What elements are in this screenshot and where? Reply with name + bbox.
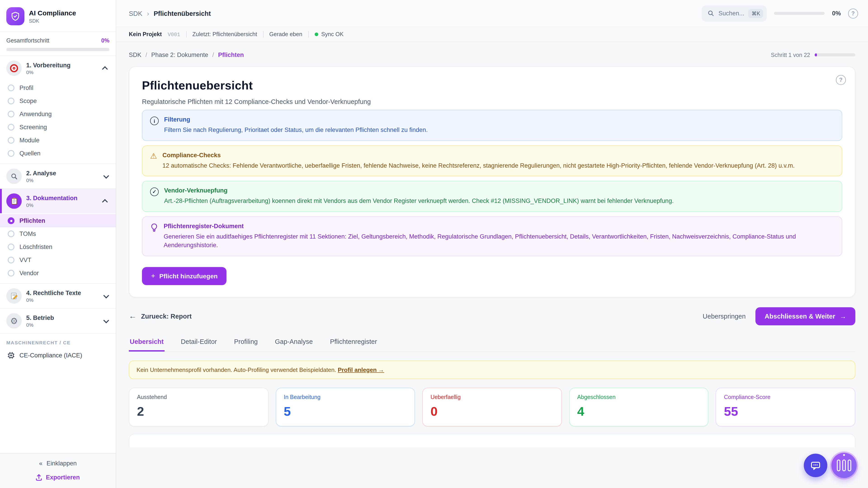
sidebar-section-rechtliche-texte[interactable]: 4. Rechtliche Texte 0% [0, 284, 116, 308]
sidebar-item-module[interactable]: Module [0, 134, 116, 147]
sidebar-item-loeschfristen[interactable]: Löschfristen [0, 240, 116, 254]
sidebar-item-quellen[interactable]: Quellen [0, 147, 116, 160]
tab-bar: Uebersicht Detail-Editor Profiling Gap-A… [129, 334, 855, 352]
info-box-vendor-verknuepfung: ✓ Vendor-Verknuepfung Art.-28-Pflichten … [142, 181, 842, 212]
collapse-icon: « [39, 460, 42, 467]
sidebar-item-toms[interactable]: TOMs [0, 227, 116, 240]
card-help-icon[interactable]: ? [836, 75, 846, 85]
radio-icon [8, 243, 14, 250]
chat-fab-button[interactable] [804, 454, 827, 477]
radio-icon [8, 111, 14, 118]
info-box-compliance-checks: ⚠ Compliance-Checks 12 automatische Chec… [142, 145, 842, 176]
info-box-title: Vendor-Verknuepfung [164, 187, 674, 194]
info-box-title: Compliance-Checks [162, 152, 795, 158]
shield-check-icon [10, 11, 20, 21]
sidebar-item-vendor[interactable]: Vendor [0, 267, 116, 280]
magnifier-icon [6, 168, 22, 184]
search-input[interactable]: Suchen... ⌘K [702, 5, 767, 22]
stat-card-in-bearbeitung: In Bearbeitung 5 [276, 388, 415, 427]
crumb-sdk[interactable]: SDK [129, 52, 142, 58]
tab-pflichtenregister[interactable]: Pflichtenregister [329, 334, 378, 352]
stat-label: Compliance-Score [724, 394, 847, 400]
plus-icon: + [151, 272, 155, 280]
lightbulb-icon [150, 223, 158, 250]
divider [308, 31, 309, 37]
sidebar-section-betrieb[interactable]: ⚙ 5. Betrieb 0% [0, 308, 116, 333]
info-box-text: Art.-28-Pflichten (Auftragsverarbeitung)… [164, 197, 674, 205]
chevron-down-icon [103, 173, 109, 178]
stat-label: Ausstehend [137, 394, 260, 400]
stat-value: 4 [577, 404, 701, 419]
create-profile-link[interactable]: Profil anlegen → [338, 366, 384, 373]
step-indicator: Schritt 1 von 22 [771, 52, 855, 58]
app-subtitle: SDK [29, 18, 76, 24]
header-progress-bar [774, 12, 825, 15]
info-box-filterung: i Filterung Filtern Sie nach Regulierung… [142, 110, 842, 141]
overall-progress: Gesamtfortschritt 0% [0, 32, 116, 56]
stat-value: 0 [430, 404, 554, 419]
sidebar-group-label: MASCHINENRECHT / CE [0, 333, 116, 348]
help-icon[interactable]: ? [848, 8, 858, 18]
sidebar-item-ce-compliance[interactable]: CE-Compliance (IACE) [0, 348, 116, 365]
app-logo-row: AI Compliance SDK [0, 0, 116, 32]
app-title: AI Compliance [29, 9, 76, 17]
collapse-sidebar-button[interactable]: « Einklappen [4, 460, 111, 467]
radio-icon [8, 230, 14, 237]
stats-row: Ausstehend 2 In Bearbeitung 5 Ueberfaell… [129, 388, 855, 427]
tab-profiling[interactable]: Profiling [233, 334, 258, 352]
tab-detail-editor[interactable]: Detail-Editor [180, 334, 218, 352]
section-label: 2. Analyse [26, 170, 99, 176]
panels-fab-button[interactable] [831, 453, 857, 478]
export-button[interactable]: Exportieren [4, 474, 111, 481]
sidebar-item-screening[interactable]: Screening [0, 121, 116, 134]
section-label: 4. Rechtliche Texte [26, 289, 99, 296]
sidebar: AI Compliance SDK Gesamtfortschritt 0% 1… [0, 0, 116, 488]
overall-progress-value: 0% [101, 37, 110, 44]
stat-value: 2 [137, 404, 260, 419]
radio-icon [8, 270, 14, 276]
arrow-right-icon: → [840, 313, 846, 320]
main-content: SDK / Phase 2: Dokumente / Pflichten Sch… [116, 42, 868, 488]
status-bar: Kein Projekt V001 Zuletzt: Pflichtenüber… [116, 27, 868, 42]
section-percent: 0% [26, 177, 99, 183]
sidebar-item-scope[interactable]: Scope [0, 94, 116, 107]
chat-bubble-icon [810, 460, 821, 471]
sidebar-footer: « Einklappen Exportieren [0, 453, 116, 488]
stat-value: 55 [724, 404, 847, 419]
sidebar-section-analyse[interactable]: 2. Analyse 0% [0, 164, 116, 188]
section-label: 1. Vorbereitung [26, 62, 99, 68]
sidebar-section-dokumentation[interactable]: 3. Dokumentation 0% [0, 189, 116, 213]
pflichten-card: ? Pflichtenuebersicht Regulatorische Pfl… [129, 66, 855, 297]
crumb-phase[interactable]: Phase 2: Dokumente [151, 52, 208, 58]
info-icon: i [150, 117, 159, 125]
stat-card-ausstehend: Ausstehend 2 [129, 388, 268, 427]
sidebar-section-vorbereitung[interactable]: 1. Vorbereitung 0% [0, 56, 116, 80]
sidebar-item-profil[interactable]: Profil [0, 81, 116, 94]
sidebar-item-pflichten[interactable]: Pflichten [0, 214, 116, 227]
add-pflicht-button[interactable]: + Pflicht hinzufuegen [142, 267, 227, 285]
gear-icon: ⚙ [6, 313, 22, 328]
search-icon [708, 10, 715, 17]
sidebar-item-anwendung[interactable]: Anwendung [0, 107, 116, 121]
back-button[interactable]: ← Zurueck: Report [129, 312, 192, 321]
version-badge: V001 [168, 31, 180, 37]
breadcrumb-root[interactable]: SDK [129, 10, 143, 17]
clipboard-icon [6, 193, 22, 209]
radio-icon [8, 257, 14, 263]
skip-button[interactable]: Ueberspringen [703, 313, 746, 320]
next-section-card [129, 434, 855, 447]
app-logo [6, 7, 24, 25]
breadcrumb: SDK › Pflichtenübersicht [129, 9, 211, 17]
sidebar-item-vvt[interactable]: VVT [0, 254, 116, 267]
tab-gap-analyse[interactable]: Gap-Analyse [274, 334, 314, 352]
info-box-pflichtenregister: Pflichtenregister-Dokument Generieren Si… [142, 216, 842, 256]
tab-uebersicht[interactable]: Uebersicht [129, 334, 164, 352]
stat-card-compliance-score: Compliance-Score 55 [716, 388, 855, 427]
overall-progress-label: Gesamtfortschritt [6, 37, 49, 44]
page-subtitle: Regulatorische Pflichten mit 12 Complian… [142, 98, 842, 105]
section-percent: 0% [26, 69, 99, 75]
complete-next-button[interactable]: Abschliessen & Weiter → [756, 307, 855, 325]
last-visited: Zuletzt: Pflichtenübersicht [192, 31, 257, 37]
page-title: Pflichtenuebersicht [142, 78, 842, 93]
chevron-up-icon [102, 199, 107, 204]
